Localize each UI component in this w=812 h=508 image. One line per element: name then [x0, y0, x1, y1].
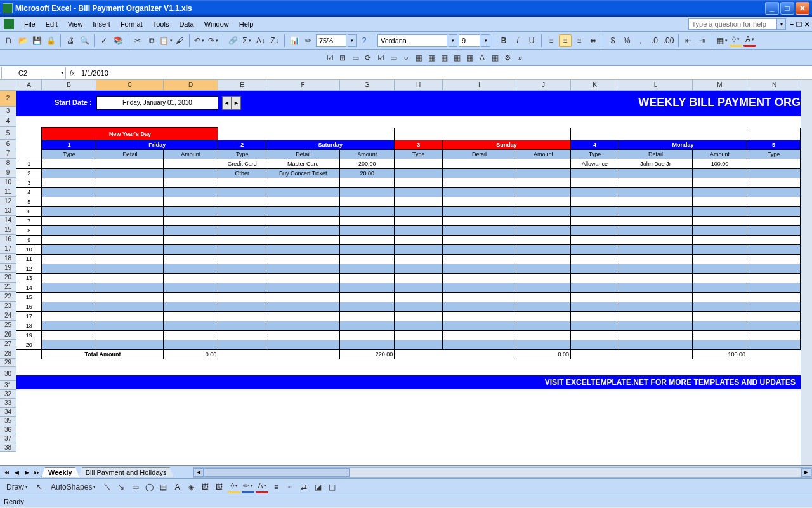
comma-icon[interactable]: ,	[634, 34, 647, 47]
cell[interactable]	[516, 188, 571, 197]
cell[interactable]	[164, 169, 218, 178]
cell[interactable]	[164, 178, 218, 188]
col-header-M[interactable]: M	[693, 80, 747, 90]
zoom-box[interactable]: 75%	[316, 34, 346, 47]
chevron-icon[interactable]: »	[514, 51, 527, 64]
table6-icon[interactable]: A	[476, 51, 488, 64]
cell[interactable]	[692, 255, 747, 264]
cell[interactable]	[692, 274, 747, 283]
3d-icon[interactable]: ◫	[325, 481, 338, 493]
row-header-22[interactable]: 22	[0, 292, 16, 302]
cell[interactable]	[266, 226, 340, 236]
cell[interactable]	[340, 188, 395, 197]
row-header-7[interactable]: 7	[0, 149, 16, 159]
cell[interactable]	[747, 321, 800, 331]
cell[interactable]	[218, 264, 266, 274]
cell[interactable]	[516, 169, 571, 178]
font-size-box[interactable]: 9	[459, 34, 480, 47]
col-header-A[interactable]: A	[16, 80, 42, 90]
cell[interactable]	[340, 264, 395, 274]
save-icon[interactable]: 💾	[30, 34, 43, 47]
cell[interactable]	[395, 274, 443, 283]
cell[interactable]	[42, 264, 96, 274]
cell[interactable]: 6	[16, 207, 42, 217]
row-header-34[interactable]: 34	[0, 408, 16, 417]
cell[interactable]	[218, 283, 266, 293]
menu-data[interactable]: Data	[174, 18, 199, 30]
table5-icon[interactable]: ▦	[463, 51, 476, 64]
form-icon[interactable]: ▭	[349, 51, 362, 64]
sort-asc-icon[interactable]: A↓	[254, 34, 267, 47]
cell[interactable]	[747, 340, 800, 350]
cell[interactable]: 19	[16, 331, 42, 340]
cell[interactable]	[218, 236, 266, 245]
cell[interactable]	[619, 264, 693, 274]
cell[interactable]	[96, 178, 164, 188]
font-color-draw-icon[interactable]: A	[256, 481, 268, 493]
table7-icon[interactable]: ▦	[488, 51, 501, 64]
horizontal-scrollbar[interactable]: ◀ ▶	[193, 467, 812, 478]
cell[interactable]	[395, 169, 443, 178]
cell[interactable]	[747, 236, 800, 245]
row-header-4[interactable]: 4	[0, 116, 16, 127]
cell[interactable]	[218, 255, 266, 264]
cell[interactable]: 9	[16, 236, 42, 245]
toggle-row-icon[interactable]: ⊞	[336, 51, 349, 64]
font-name-dropdown[interactable]: ▾	[449, 34, 457, 47]
cell[interactable]	[516, 178, 571, 188]
open-icon[interactable]: 📂	[16, 34, 29, 47]
row-header-10[interactable]: 10	[0, 178, 16, 187]
cell[interactable]	[42, 178, 96, 188]
cell[interactable]	[619, 255, 693, 264]
cell[interactable]	[692, 217, 747, 226]
cell[interactable]	[218, 331, 266, 340]
cell[interactable]	[692, 236, 747, 245]
cell[interactable]	[443, 331, 516, 340]
cell[interactable]: 1	[16, 159, 42, 169]
cell[interactable]	[619, 178, 693, 188]
cell[interactable]	[266, 302, 340, 312]
cell[interactable]	[164, 226, 218, 236]
start-date-value[interactable]: Friday, January 01, 2010	[96, 96, 218, 110]
cell[interactable]	[516, 312, 571, 321]
cell[interactable]	[96, 197, 164, 207]
cell[interactable]	[164, 207, 218, 217]
cell[interactable]	[340, 312, 395, 321]
menu-edit[interactable]: Edit	[41, 18, 63, 30]
cell[interactable]	[266, 255, 340, 264]
cell[interactable]	[619, 245, 693, 255]
cell[interactable]	[266, 274, 340, 283]
col-header-I[interactable]: I	[443, 80, 516, 90]
new-icon[interactable]: 🗋	[3, 34, 15, 47]
cell[interactable]	[395, 293, 443, 302]
cell[interactable]	[42, 226, 96, 236]
cell[interactable]: 16	[16, 302, 42, 312]
cell[interactable]	[516, 302, 571, 312]
cell[interactable]	[516, 207, 571, 217]
arrow-icon[interactable]: ↘	[115, 481, 128, 493]
cell[interactable]	[571, 302, 619, 312]
row-header-14[interactable]: 14	[0, 216, 16, 225]
cell[interactable]	[96, 274, 164, 283]
select-all-corner[interactable]	[0, 80, 16, 90]
cell[interactable]: 13	[16, 274, 42, 283]
cell[interactable]	[266, 331, 340, 340]
cell[interactable]	[395, 302, 443, 312]
cell[interactable]	[42, 217, 96, 226]
cell[interactable]	[266, 321, 340, 331]
cell[interactable]: Allowance	[571, 159, 619, 169]
mdi-restore-icon[interactable]: ❐	[796, 21, 802, 28]
col-header-G[interactable]: G	[340, 80, 395, 90]
cell[interactable]	[42, 331, 96, 340]
cell[interactable]	[164, 331, 218, 340]
cell[interactable]: 10	[16, 245, 42, 255]
cell[interactable]	[443, 255, 516, 264]
cell[interactable]	[42, 293, 96, 302]
row-header-6[interactable]: 6	[0, 140, 16, 149]
cell[interactable]	[395, 283, 443, 293]
cell[interactable]: 3	[16, 178, 42, 188]
row-header-28[interactable]: 28	[0, 349, 16, 359]
cell[interactable]	[340, 302, 395, 312]
cell[interactable]	[340, 321, 395, 331]
tab-last-icon[interactable]: ⏭	[32, 467, 42, 478]
